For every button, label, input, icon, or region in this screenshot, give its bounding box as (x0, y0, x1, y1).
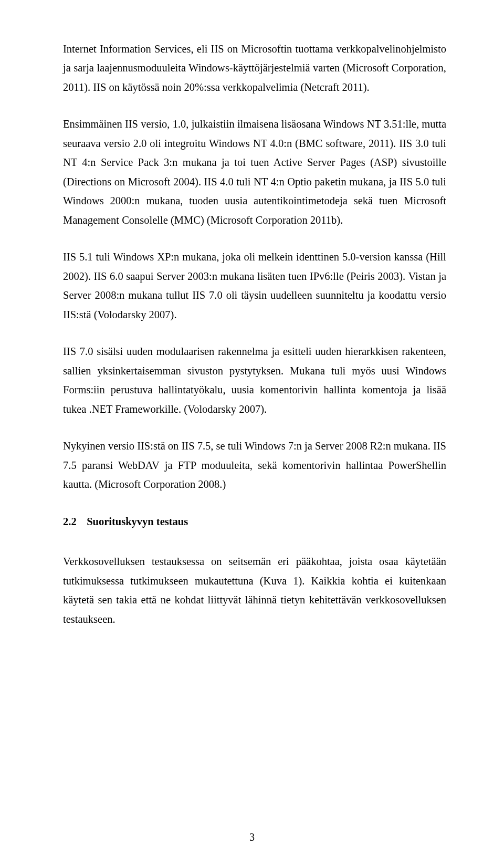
section-heading: 2.2 Suorituskyvyn testaus (63, 512, 446, 531)
body-paragraph-6: Verkkosovelluksen testauksessa on seitse… (63, 552, 446, 629)
body-paragraph-5: Nykyinen versio IIS:stä on IIS 7.5, se t… (63, 436, 446, 494)
body-paragraph-3: IIS 5.1 tuli Windows XP:n mukana, joka o… (63, 247, 446, 324)
page-number: 3 (0, 828, 504, 847)
body-paragraph-2: Ensimmäinen IIS versio, 1.0, julkaistiin… (63, 114, 446, 229)
section-title: Suorituskyvyn testaus (87, 516, 188, 527)
body-paragraph-4: IIS 7.0 sisälsi uuden modulaarisen raken… (63, 342, 446, 419)
section-number: 2.2 (63, 512, 84, 531)
body-paragraph-1: Internet Information Services, eli IIS o… (63, 39, 446, 97)
